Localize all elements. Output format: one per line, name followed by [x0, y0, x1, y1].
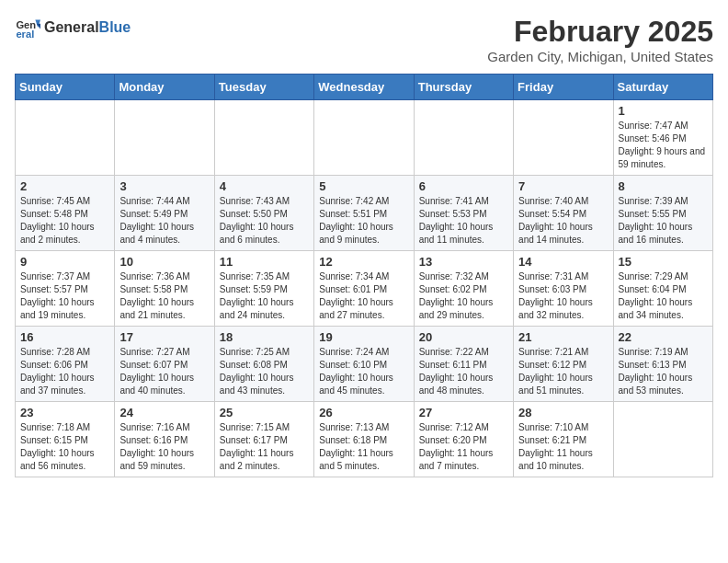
day-info: Sunrise: 7:34 AM Sunset: 6:01 PM Dayligh…	[319, 270, 408, 322]
day-number: 3	[119, 179, 209, 193]
calendar-day-1: 1Sunrise: 7:47 AM Sunset: 5:46 PM Daylig…	[613, 100, 712, 176]
day-number: 18	[220, 330, 309, 344]
day-info: Sunrise: 7:44 AM Sunset: 5:49 PM Dayligh…	[119, 195, 209, 247]
day-number: 11	[220, 255, 309, 269]
day-number: 26	[319, 406, 408, 419]
day-number: 27	[419, 406, 508, 419]
calendar-day-8: 8Sunrise: 7:39 AM Sunset: 5:55 PM Daylig…	[613, 176, 712, 251]
day-info: Sunrise: 7:21 AM Sunset: 6:12 PM Dayligh…	[518, 346, 608, 397]
calendar-day-2: 2Sunrise: 7:45 AM Sunset: 5:48 PM Daylig…	[16, 176, 115, 251]
day-info: Sunrise: 7:45 AM Sunset: 5:48 PM Dayligh…	[20, 195, 109, 247]
calendar-day-26: 26Sunrise: 7:13 AM Sunset: 6:18 PM Dayli…	[314, 402, 414, 477]
day-info: Sunrise: 7:42 AM Sunset: 5:51 PM Dayligh…	[319, 195, 408, 247]
calendar-day-21: 21Sunrise: 7:21 AM Sunset: 6:12 PM Dayli…	[514, 327, 613, 402]
calendar-day-16: 16Sunrise: 7:28 AM Sunset: 6:06 PM Dayli…	[16, 327, 115, 402]
weekday-header-thursday: Thursday	[414, 75, 513, 100]
svg-text:eral: eral	[16, 29, 34, 40]
day-number: 19	[319, 330, 408, 344]
calendar-header-row: SundayMondayTuesdayWednesdayThursdayFrid…	[16, 75, 713, 100]
calendar-day-28: 28Sunrise: 7:10 AM Sunset: 6:21 PM Dayli…	[514, 402, 613, 477]
calendar-empty-cell	[613, 402, 712, 477]
day-info: Sunrise: 7:29 AM Sunset: 6:04 PM Dayligh…	[619, 270, 708, 322]
day-info: Sunrise: 7:41 AM Sunset: 5:53 PM Dayligh…	[419, 195, 508, 247]
day-info: Sunrise: 7:24 AM Sunset: 6:10 PM Dayligh…	[319, 346, 408, 397]
weekday-header-saturday: Saturday	[613, 75, 712, 100]
calendar-day-7: 7Sunrise: 7:40 AM Sunset: 5:54 PM Daylig…	[514, 176, 613, 251]
day-number: 22	[619, 330, 708, 344]
weekday-header-tuesday: Tuesday	[214, 75, 313, 100]
day-number: 23	[20, 406, 109, 419]
calendar-week-1: 2Sunrise: 7:45 AM Sunset: 5:48 PM Daylig…	[16, 176, 713, 251]
day-info: Sunrise: 7:16 AM Sunset: 6:16 PM Dayligh…	[119, 421, 209, 473]
calendar-day-20: 20Sunrise: 7:22 AM Sunset: 6:11 PM Dayli…	[414, 327, 513, 402]
day-number: 25	[220, 406, 309, 419]
calendar-day-17: 17Sunrise: 7:27 AM Sunset: 6:07 PM Dayli…	[115, 327, 214, 402]
day-info: Sunrise: 7:43 AM Sunset: 5:50 PM Dayligh…	[220, 195, 309, 247]
logo-icon: Gen eral	[15, 15, 40, 40]
weekday-header-sunday: Sunday	[16, 75, 115, 100]
day-info: Sunrise: 7:37 AM Sunset: 5:57 PM Dayligh…	[20, 270, 109, 322]
day-number: 8	[619, 179, 708, 193]
calendar-day-10: 10Sunrise: 7:36 AM Sunset: 5:58 PM Dayli…	[115, 251, 214, 327]
day-number: 12	[319, 255, 408, 269]
calendar-day-3: 3Sunrise: 7:44 AM Sunset: 5:49 PM Daylig…	[115, 176, 214, 251]
svg-marker-3	[37, 24, 40, 29]
day-number: 17	[119, 330, 209, 344]
calendar-day-9: 9Sunrise: 7:37 AM Sunset: 5:57 PM Daylig…	[16, 251, 115, 327]
day-number: 15	[619, 255, 708, 269]
day-info: Sunrise: 7:39 AM Sunset: 5:55 PM Dayligh…	[619, 195, 708, 247]
day-info: Sunrise: 7:47 AM Sunset: 5:46 PM Dayligh…	[619, 120, 708, 171]
day-info: Sunrise: 7:15 AM Sunset: 6:17 PM Dayligh…	[220, 421, 309, 473]
weekday-header-wednesday: Wednesday	[314, 75, 414, 100]
weekday-header-friday: Friday	[514, 75, 613, 100]
calendar-day-6: 6Sunrise: 7:41 AM Sunset: 5:53 PM Daylig…	[414, 176, 513, 251]
calendar-empty-cell	[314, 100, 414, 176]
day-number: 21	[518, 330, 608, 344]
calendar-day-19: 19Sunrise: 7:24 AM Sunset: 6:10 PM Dayli…	[314, 327, 414, 402]
day-info: Sunrise: 7:19 AM Sunset: 6:13 PM Dayligh…	[619, 346, 708, 397]
calendar-table: SundayMondayTuesdayWednesdayThursdayFrid…	[15, 74, 713, 477]
day-number: 5	[319, 179, 408, 193]
calendar-day-18: 18Sunrise: 7:25 AM Sunset: 6:08 PM Dayli…	[214, 327, 313, 402]
day-info: Sunrise: 7:10 AM Sunset: 6:21 PM Dayligh…	[518, 421, 608, 473]
day-number: 6	[419, 179, 508, 193]
logo: Gen eral GeneralBlue	[15, 15, 131, 40]
calendar-day-15: 15Sunrise: 7:29 AM Sunset: 6:04 PM Dayli…	[613, 251, 712, 327]
day-info: Sunrise: 7:36 AM Sunset: 5:58 PM Dayligh…	[119, 270, 209, 322]
calendar-day-5: 5Sunrise: 7:42 AM Sunset: 5:51 PM Daylig…	[314, 176, 414, 251]
calendar-day-14: 14Sunrise: 7:31 AM Sunset: 6:03 PM Dayli…	[514, 251, 613, 327]
day-number: 10	[119, 255, 209, 269]
day-number: 20	[419, 330, 508, 344]
day-number: 9	[20, 255, 109, 269]
calendar-week-3: 16Sunrise: 7:28 AM Sunset: 6:06 PM Dayli…	[16, 327, 713, 402]
calendar-day-4: 4Sunrise: 7:43 AM Sunset: 5:50 PM Daylig…	[214, 176, 313, 251]
calendar-day-25: 25Sunrise: 7:15 AM Sunset: 6:17 PM Dayli…	[214, 402, 313, 477]
day-info: Sunrise: 7:35 AM Sunset: 5:59 PM Dayligh…	[220, 270, 309, 322]
calendar-day-27: 27Sunrise: 7:12 AM Sunset: 6:20 PM Dayli…	[414, 402, 513, 477]
weekday-header-monday: Monday	[115, 75, 214, 100]
day-info: Sunrise: 7:31 AM Sunset: 6:03 PM Dayligh…	[518, 270, 608, 322]
logo-text-general: General	[44, 19, 99, 35]
calendar-empty-cell	[16, 100, 115, 176]
day-number: 13	[419, 255, 508, 269]
page-header: Gen eral GeneralBlue February 2025 Garde…	[15, 15, 713, 64]
day-info: Sunrise: 7:28 AM Sunset: 6:06 PM Dayligh…	[20, 346, 109, 397]
day-number: 1	[619, 104, 708, 118]
calendar-empty-cell	[414, 100, 513, 176]
day-info: Sunrise: 7:22 AM Sunset: 6:11 PM Dayligh…	[419, 346, 508, 397]
calendar-week-0: 1Sunrise: 7:47 AM Sunset: 5:46 PM Daylig…	[16, 100, 713, 176]
day-info: Sunrise: 7:40 AM Sunset: 5:54 PM Dayligh…	[518, 195, 608, 247]
day-number: 28	[518, 406, 608, 419]
day-number: 24	[119, 406, 209, 419]
calendar-week-4: 23Sunrise: 7:18 AM Sunset: 6:15 PM Dayli…	[16, 402, 713, 477]
calendar-day-24: 24Sunrise: 7:16 AM Sunset: 6:16 PM Dayli…	[115, 402, 214, 477]
calendar-day-22: 22Sunrise: 7:19 AM Sunset: 6:13 PM Dayli…	[613, 327, 712, 402]
title-block: February 2025 Garden City, Michigan, Uni…	[487, 15, 713, 64]
calendar-week-2: 9Sunrise: 7:37 AM Sunset: 5:57 PM Daylig…	[16, 251, 713, 327]
calendar-empty-cell	[514, 100, 613, 176]
day-info: Sunrise: 7:18 AM Sunset: 6:15 PM Dayligh…	[20, 421, 109, 473]
calendar-day-13: 13Sunrise: 7:32 AM Sunset: 6:02 PM Dayli…	[414, 251, 513, 327]
calendar-empty-cell	[214, 100, 313, 176]
logo-text-blue: Blue	[99, 19, 131, 35]
day-number: 4	[220, 179, 309, 193]
